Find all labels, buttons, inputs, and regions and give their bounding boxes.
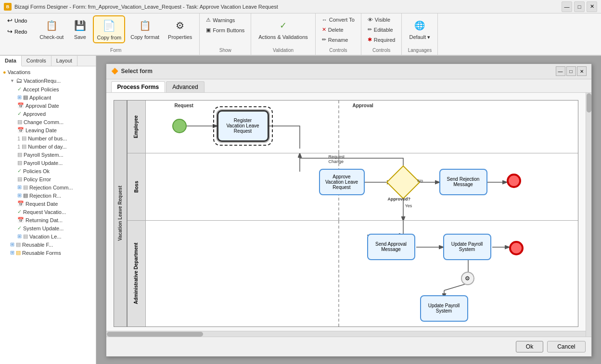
redo-button[interactable]: ↪ Redo	[4, 26, 30, 37]
maximize-button[interactable]: □	[574, 1, 585, 12]
check-icon-requestvacatio: ✓	[17, 209, 22, 215]
cancel-button[interactable]: Cancel	[547, 341, 585, 352]
tree-item-policyerror[interactable]: ▤ Policy Error	[2, 175, 94, 183]
scrollbar-thumb-v[interactable]	[587, 93, 591, 113]
ribbon-group-languages: 🌐 Default ▾ Languages	[402, 13, 438, 55]
delete-button[interactable]: ✕ Delete	[320, 25, 357, 34]
tree-item-approved[interactable]: ✓ Approved	[2, 110, 94, 118]
save-label: Save	[74, 34, 86, 40]
field4-icon: ▤	[23, 184, 28, 190]
tree-item-systemupdate[interactable]: ✓ System Update...	[2, 224, 94, 232]
formbuttons-icon: ▣	[206, 27, 211, 33]
check-icon-policiesok: ✓	[17, 168, 22, 174]
task-send-rejection[interactable]: Send RejectionMessage	[439, 169, 487, 195]
actions-icon: ✓	[276, 18, 291, 33]
tree-item-reusableforms[interactable]: ⊞ ▤ Reusable Forms	[2, 249, 94, 257]
task-approve-vacation[interactable]: ApproveVacation LeaveRequest	[319, 169, 365, 195]
copyformat-button[interactable]: 📋 Copy format	[127, 15, 163, 42]
field-icon: ⊞	[17, 94, 22, 100]
field10-icon: ▤	[16, 241, 21, 248]
save-button[interactable]: 💾 Save	[69, 15, 91, 42]
tree-item-returningdat[interactable]: 📅 Returning Dat...	[2, 216, 94, 224]
no-label: No	[418, 178, 423, 183]
tree-item-requestdate[interactable]: 📅 Request Date	[2, 200, 94, 208]
boss-content: ApproveVacation LeaveRequest Approved?	[146, 153, 578, 220]
visible-button[interactable]: 👁 Visible	[365, 15, 398, 24]
tree-root[interactable]: ● Vacations	[2, 68, 94, 76]
actions-button[interactable]: ✓ Actions & Validations	[255, 15, 311, 42]
end-event-rejection[interactable]	[507, 174, 521, 188]
warnings-icon: ⚠	[206, 17, 211, 23]
editable-button[interactable]: ✏ Editable	[365, 25, 398, 34]
tree-item-numberofday[interactable]: 1 ▤ Number of day...	[2, 142, 94, 151]
checkout-icon: 📋	[44, 18, 59, 33]
dialog-maximize-button[interactable]: □	[566, 66, 576, 76]
undo-button[interactable]: ↩ Undo	[4, 15, 30, 25]
horizontal-scrollbar[interactable]	[106, 331, 586, 337]
minimize-button[interactable]: —	[562, 1, 572, 12]
tree-item-rejectioncomm-label: Rejection Comm...	[29, 185, 73, 190]
title-bar-left: B Bizagi Forms Designer - Form: frm_Appr…	[4, 3, 278, 11]
tree-item-applicant[interactable]: ⊞ ▤ Applicant	[2, 93, 94, 101]
tree-item-numberofbus[interactable]: 1 ▤ Number of bus...	[2, 134, 94, 142]
formbuttons-label: Form Buttons	[213, 27, 244, 33]
tree-item-payrollsystem[interactable]: ▤ Payroll System...	[2, 151, 94, 159]
tab-controls[interactable]: Controls	[22, 56, 51, 66]
bpmn-scroll-area[interactable]: Vacation Leave Request Employee	[106, 93, 586, 331]
tree-item-rejectioncomm[interactable]: ⊞ ▤ Rejection Comm...	[2, 183, 94, 191]
tree-item-requestvacatio[interactable]: ✓ Request Vacatio...	[2, 208, 94, 216]
tab-layout[interactable]: Layout	[51, 56, 77, 66]
task-update-payroll-1[interactable]: Update PayrollSystem	[443, 234, 491, 260]
arrows-employee	[146, 100, 578, 153]
properties-button[interactable]: ⚙ Properties	[165, 15, 195, 42]
intermediate-event[interactable]: ⚙	[461, 272, 474, 285]
boss-label-text: Boss	[133, 181, 139, 192]
tree-item-requestdate-label: Request Date	[26, 201, 58, 207]
tree-item-leavingdate[interactable]: 📅 Leaving Date	[2, 126, 94, 134]
rename-button[interactable]: ✏ Rename	[320, 35, 357, 44]
form-icon: ⊞	[10, 250, 14, 256]
tree-item-vacationle[interactable]: ⊞ ▤ Vacation Le...	[2, 232, 94, 240]
dialog-title-left: 🔶 Select form	[111, 68, 153, 75]
copyformat-icon: 📋	[137, 18, 153, 33]
close-button[interactable]: ✕	[587, 1, 597, 12]
default-language-button[interactable]: 🌐 Default ▾	[406, 15, 434, 43]
copyfrom-button[interactable]: 📄 Copy from	[93, 15, 125, 43]
tree-item-vacationrequ[interactable]: ▼ 🗂 VacationRequ...	[2, 76, 94, 85]
tree-item-changecomm[interactable]: ▤ Change Comm...	[2, 118, 94, 126]
convertto-button[interactable]: ↔ Convert To	[320, 15, 357, 24]
tree-folder-icon: 🗂	[16, 77, 22, 84]
task-register-vacation[interactable]: RegisterVacation LeaveRequest	[217, 110, 269, 142]
tab-data[interactable]: Data	[0, 56, 22, 66]
warnings-button[interactable]: ⚠ Warnings	[204, 15, 247, 25]
dialog-close-button[interactable]: ✕	[577, 66, 587, 76]
tree-item-policiesok[interactable]: ✓ Policies Ok	[2, 167, 94, 175]
num-icon: 1	[17, 136, 20, 141]
ok-button[interactable]: Ok	[516, 341, 543, 352]
scrollbar-thumb-h[interactable]	[107, 332, 203, 337]
required-button[interactable]: ✱ Required	[365, 35, 398, 44]
dialog-title-controls[interactable]: — □ ✕	[556, 66, 587, 76]
end-event-approval[interactable]	[509, 241, 524, 255]
title-bar-controls[interactable]: — □ ✕	[562, 1, 597, 12]
tree-item-reusablef[interactable]: ⊞ ▤ Reusable F...	[2, 240, 94, 249]
tab-advanced[interactable]: Advanced	[166, 81, 204, 92]
tree-item-acceptpolicies[interactable]: ✓ Accept Policies	[2, 85, 94, 93]
outer-label-text: Vacation Leave Request	[117, 186, 123, 241]
tree-item-payrollupdate[interactable]: ▤ Payroll Update...	[2, 159, 94, 167]
formbuttons-button[interactable]: ▣ Form Buttons	[204, 25, 247, 35]
task-update-payroll-2[interactable]: Update PayrollSystem	[420, 295, 468, 322]
dialog-minimize-button[interactable]: —	[556, 66, 565, 76]
tree-item-approvaldate[interactable]: 📅 Approval Date	[2, 101, 94, 110]
swimlane-row-boss: Boss	[128, 153, 578, 221]
vertical-scrollbar[interactable]	[586, 93, 591, 337]
request-change-label: RequestChange	[329, 154, 345, 164]
tree-item-rejectionr[interactable]: ⊞ ▤ Rejection R...	[2, 191, 94, 200]
tab-process-forms[interactable]: Process Forms	[111, 81, 166, 92]
tree-item-approvaldate-label: Approval Date	[26, 103, 59, 109]
checkout-button[interactable]: 📋 Check-out	[36, 15, 67, 42]
task-send-approval[interactable]: Send ApprovalMessage	[367, 234, 415, 260]
redo-icon: ↪	[7, 28, 13, 35]
controls-buttons: ↔ Convert To ✕ Delete ✏ Rename	[320, 15, 357, 44]
task-update-payroll-2-label: Update PayrollSystem	[428, 303, 460, 314]
